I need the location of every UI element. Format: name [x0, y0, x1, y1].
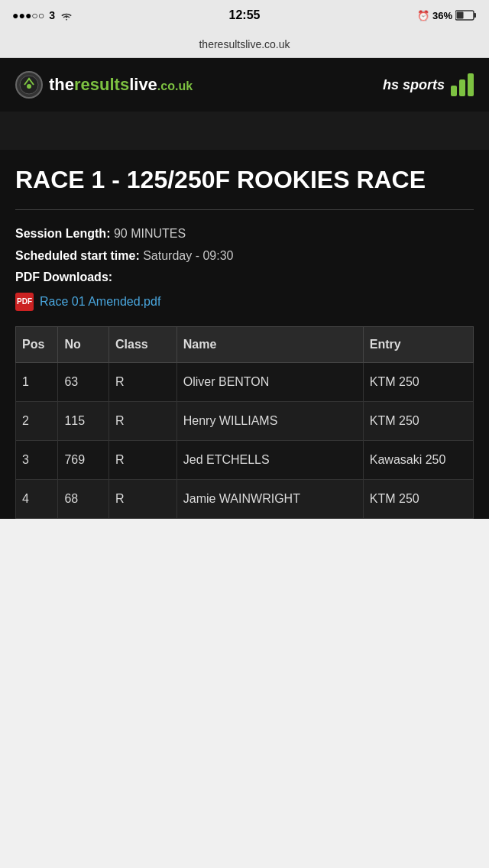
session-length-row: Session Length: 90 MINUTES — [15, 225, 474, 242]
cell-no: 769 — [58, 440, 109, 479]
table-row: 3769RJed ETCHELLSKawasaki 250 — [16, 440, 474, 479]
cell-name: Oliver BENTON — [176, 362, 363, 401]
col-header-no: No — [58, 326, 109, 362]
race-title: RACE 1 - 125/250F ROOKIES RACE — [15, 165, 474, 194]
table-row: 468RJamie WAINWRIGHTKTM 250 — [16, 479, 474, 518]
main-content: RACE 1 - 125/250F ROOKIES RACE Session L… — [0, 150, 489, 519]
logo-icon — [15, 71, 43, 99]
cell-entry: KTM 250 — [363, 479, 473, 518]
col-header-class: Class — [109, 326, 177, 362]
url-bar[interactable]: theresultslive.co.uk — [0, 31, 489, 58]
cell-entry: Kawasaki 250 — [363, 440, 473, 479]
cell-pos: 3 — [16, 440, 58, 479]
cell-name: Henry WILLIAMS — [176, 401, 363, 440]
col-header-pos: Pos — [16, 326, 58, 362]
hs-sports-logo: hs sports — [383, 73, 474, 96]
svg-rect-1 — [474, 13, 476, 18]
pdf-icon: PDF — [15, 293, 34, 311]
start-time-label: Scheduled start time: — [15, 249, 140, 262]
start-time-row: Scheduled start time: Saturday - 09:30 — [15, 248, 474, 264]
status-left: ●●●○○ 3 — [12, 9, 73, 21]
url-text: theresultslive.co.uk — [199, 38, 290, 50]
table-header-row: Pos No Class Name Entry — [16, 326, 474, 362]
logo[interactable]: theresultslive.co.uk — [15, 71, 193, 99]
pdf-label-row: PDF Downloads: — [15, 269, 474, 286]
cell-class: R — [109, 362, 177, 401]
carrier: 3 — [49, 9, 55, 21]
cell-no: 68 — [58, 479, 109, 518]
cell-pos: 1 — [16, 362, 58, 401]
session-length-label: Session Length: — [15, 227, 110, 240]
cell-class: R — [109, 401, 177, 440]
pdf-download-link[interactable]: PDF Race 01 Amended.pdf — [15, 293, 474, 311]
battery-icon — [455, 10, 477, 21]
col-header-name: Name — [176, 326, 363, 362]
divider — [15, 209, 474, 210]
info-section: Session Length: 90 MINUTES Scheduled sta… — [15, 225, 474, 310]
table-row: 163ROliver BENTONKTM 250 — [16, 362, 474, 401]
hs-bars — [451, 73, 474, 96]
start-time-value: Saturday - 09:30 — [143, 249, 233, 262]
status-bar: ●●●○○ 3 12:55 ⏰ 36% — [0, 0, 489, 31]
alarm-icon: ⏰ — [417, 10, 429, 21]
table-row: 2115RHenry WILLIAMSKTM 250 — [16, 401, 474, 440]
cell-entry: KTM 250 — [363, 401, 473, 440]
svg-rect-2 — [457, 12, 464, 19]
battery-percent: 36% — [432, 10, 452, 21]
cell-pos: 2 — [16, 401, 58, 440]
cell-class: R — [109, 440, 177, 479]
cell-no: 115 — [58, 401, 109, 440]
pdf-filename[interactable]: Race 01 Amended.pdf — [40, 295, 160, 309]
pdf-label: PDF Downloads: — [15, 270, 112, 283]
cell-class: R — [109, 479, 177, 518]
svg-point-4 — [27, 84, 31, 89]
cell-no: 63 — [58, 362, 109, 401]
cell-name: Jed ETCHELLS — [176, 440, 363, 479]
cell-name: Jamie WAINWRIGHT — [176, 479, 363, 518]
cell-entry: KTM 250 — [363, 362, 473, 401]
cell-pos: 4 — [16, 479, 58, 518]
session-length-value: 90 MINUTES — [114, 227, 186, 240]
status-right: ⏰ 36% — [417, 10, 477, 21]
results-table: Pos No Class Name Entry 163ROliver BENTO… — [15, 326, 474, 519]
signal-dots: ●●●○○ — [12, 9, 44, 21]
nav-area — [0, 112, 489, 150]
col-header-entry: Entry — [363, 326, 473, 362]
wifi-icon — [60, 10, 73, 21]
logo-text: theresultslive.co.uk — [49, 75, 193, 95]
status-time: 12:55 — [229, 8, 261, 22]
site-header: theresultslive.co.uk hs sports — [0, 58, 489, 112]
